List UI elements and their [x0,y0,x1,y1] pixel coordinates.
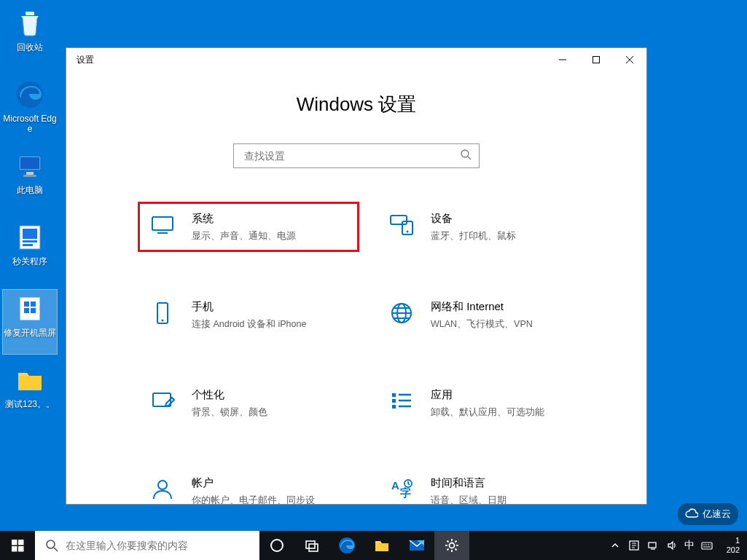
taskbar-mail[interactable] [399,531,434,560]
category-network[interactable]: 网络和 Internet WLAN、飞行模式、VPN [378,291,597,339]
page-title: Windows 设置 [66,92,646,117]
svg-rect-27 [392,399,396,403]
svg-rect-9 [23,244,33,246]
tray-app-icon[interactable] [627,539,641,552]
svg-rect-46 [649,543,656,548]
svg-rect-15 [593,57,600,63]
windows-logo-icon [12,540,24,552]
taskbar-settings[interactable] [434,531,469,560]
category-personalization[interactable]: 个性化 背景、锁屏、颜色 [139,379,358,427]
category-subtitle: 卸载、默认应用、可选功能 [431,406,544,418]
category-system[interactable]: 系统 显示、声音、通知、电源 [139,203,358,251]
watermark-text: 亿速云 [703,508,731,521]
svg-rect-39 [306,541,315,548]
circle-icon [270,538,284,553]
category-subtitle: 语音、区域、日期 [431,494,507,504]
svg-rect-25 [153,393,171,406]
settings-search-input[interactable] [244,150,460,162]
settings-categories: 系统 显示、声音、通知、电源 设备 蓝牙、打印机、鼠标 [66,203,646,504]
person-icon [149,476,176,502]
mail-icon [408,537,426,554]
recycle-bin-icon [14,7,46,39]
search-icon [45,539,58,552]
category-subtitle: WLAN、飞行模式、VPN [431,318,533,330]
category-apps[interactable]: 应用 卸载、默认应用、可选功能 [378,379,597,427]
svg-rect-8 [23,240,37,242]
category-title: 系统 [192,212,296,226]
svg-rect-11 [24,301,29,307]
desktop-icon-edge[interactable]: Microsoft Edge [3,76,57,140]
desktop-icon-fix-blackscreen[interactable]: 修复开机黑屏 [3,290,57,354]
network-icon[interactable] [646,539,660,552]
svg-rect-5 [23,175,36,177]
desktop-icon-label: 秒关程序 [12,256,47,267]
taskbar-search[interactable] [35,531,259,560]
clock-time: 1 [727,536,740,545]
chevron-up-icon[interactable] [609,539,622,552]
desktop-icon-this-pc[interactable]: 此电脑 [3,147,57,211]
taskbar-edge[interactable] [329,531,364,560]
minimize-button[interactable] [546,48,579,71]
maximize-button[interactable] [579,48,613,71]
svg-point-16 [461,150,469,157]
ime-indicator[interactable]: 中 [684,539,695,552]
globe-icon [388,300,415,326]
svg-rect-40 [309,544,318,551]
taskbar-explorer[interactable] [364,531,399,560]
svg-rect-10 [20,297,40,320]
window-title: 设置 [77,54,94,66]
settings-search[interactable] [233,143,480,168]
close-button[interactable] [613,48,646,71]
volume-icon[interactable] [665,539,678,552]
taskbar-taskview[interactable] [294,531,329,560]
category-phone[interactable]: 手机 连接 Android 设备和 iPhone [139,291,358,339]
category-time-language[interactable]: A字 时间和语言 语音、区域、日期 [378,468,597,504]
svg-rect-34 [18,540,24,545]
watermark: 亿速云 [678,503,738,525]
taskbar-cortana[interactable] [259,531,294,560]
close-icon [626,56,633,63]
taskbar: 中 1 202 [0,531,747,560]
svg-rect-7 [23,229,37,239]
svg-point-20 [407,231,409,233]
desktop-icon-test-folder[interactable]: 测试123。。 [3,361,57,425]
svg-rect-0 [26,12,34,15]
keyboard-icon[interactable] [700,539,713,552]
category-devices[interactable]: 设备 蓝牙、打印机、鼠标 [378,203,597,251]
desktop-icons-column: 回收站 Microsoft Edge 此电脑 秒关程序 修复开机黑屏 [3,4,57,433]
category-title: 手机 [192,300,306,314]
titlebar-buttons [546,48,646,71]
clock-date: 202 [727,545,740,555]
taskbar-clock[interactable]: 1 202 [719,531,747,560]
svg-rect-13 [24,308,29,313]
desktop-icon-seconds-close[interactable]: 秒关程序 [3,218,57,283]
svg-point-37 [47,540,55,548]
desktop-icon-recycle-bin[interactable]: 回收站 [3,4,57,68]
desktop[interactable]: 回收站 Microsoft Edge 此电脑 秒关程序 修复开机黑屏 [0,0,747,560]
category-subtitle: 显示、声音、通知、电源 [192,230,296,242]
svg-rect-3 [20,157,39,169]
category-subtitle: 连接 Android 设备和 iPhone [192,318,306,330]
svg-rect-17 [152,217,173,230]
system-tray[interactable]: 中 [603,531,719,560]
system-icon [149,212,176,238]
window-titlebar[interactable]: 设置 [66,48,646,71]
start-button[interactable] [0,531,35,560]
svg-rect-26 [392,393,396,397]
svg-point-44 [450,543,455,548]
taskbar-spacer [469,531,603,560]
desktop-icon-label: 修复开机黑屏 [4,328,56,338]
settings-window: 设置 Windows 设置 [66,47,647,505]
category-accounts[interactable]: 帐户 你的帐户、电子邮件、同步设置、工作、家庭 [139,468,358,504]
folder-icon [374,537,390,553]
svg-rect-28 [392,405,396,409]
maximize-icon [592,56,600,63]
monitor-icon [14,150,46,182]
taskbar-search-input[interactable] [66,540,249,551]
folder-icon [14,364,46,396]
svg-rect-33 [12,540,17,545]
desktop-icon-label: 回收站 [17,42,43,52]
svg-rect-47 [702,543,712,549]
svg-rect-42 [375,543,388,551]
phone-icon [149,300,176,326]
